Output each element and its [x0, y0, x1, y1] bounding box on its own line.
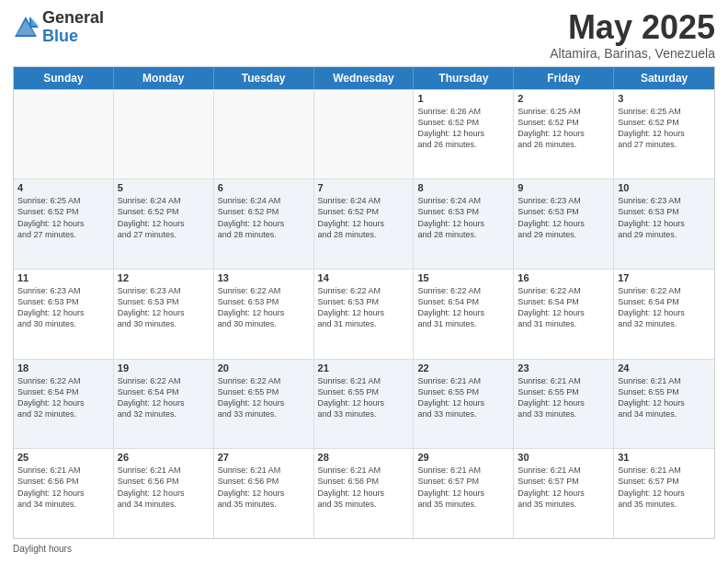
day-info: Sunrise: 6:21 AM Sunset: 6:57 PM Dayligh… [618, 465, 711, 510]
day-info: Sunrise: 6:25 AM Sunset: 6:52 PM Dayligh… [17, 195, 109, 240]
table-row: 29Sunrise: 6:21 AM Sunset: 6:57 PM Dayli… [414, 449, 514, 538]
day-info: Sunrise: 6:26 AM Sunset: 6:52 PM Dayligh… [417, 106, 509, 151]
cal-header-monday: Monday [114, 67, 214, 89]
day-number: 5 [118, 182, 210, 193]
table-row: 7Sunrise: 6:24 AM Sunset: 6:52 PM Daylig… [314, 179, 415, 269]
table-row: 10Sunrise: 6:23 AM Sunset: 6:53 PM Dayli… [614, 179, 714, 269]
day-number: 11 [17, 272, 109, 283]
table-row: 22Sunrise: 6:21 AM Sunset: 6:55 PM Dayli… [414, 360, 514, 449]
day-number: 27 [218, 452, 310, 463]
day-info: Sunrise: 6:21 AM Sunset: 6:57 PM Dayligh… [518, 465, 609, 510]
day-info: Sunrise: 6:24 AM Sunset: 6:52 PM Dayligh… [118, 195, 210, 240]
day-info: Sunrise: 6:22 AM Sunset: 6:53 PM Dayligh… [318, 285, 410, 330]
day-number: 1 [417, 93, 509, 104]
day-info: Sunrise: 6:22 AM Sunset: 6:54 PM Dayligh… [618, 285, 711, 330]
day-number: 25 [17, 452, 109, 463]
table-row: 20Sunrise: 6:22 AM Sunset: 6:55 PM Dayli… [214, 360, 314, 449]
day-info: Sunrise: 6:21 AM Sunset: 6:55 PM Dayligh… [618, 375, 711, 420]
table-row: 19Sunrise: 6:22 AM Sunset: 6:54 PM Dayli… [114, 360, 214, 449]
day-number: 3 [618, 93, 711, 104]
cal-header-saturday: Saturday [614, 67, 714, 89]
table-row: 15Sunrise: 6:22 AM Sunset: 6:54 PM Dayli… [414, 270, 514, 359]
cal-header-tuesday: Tuesday [214, 67, 314, 89]
day-number: 18 [17, 362, 109, 373]
day-number: 10 [618, 182, 711, 193]
day-info: Sunrise: 6:23 AM Sunset: 6:53 PM Dayligh… [618, 195, 711, 240]
logo-icon [13, 15, 39, 40]
table-row: 26Sunrise: 6:21 AM Sunset: 6:56 PM Dayli… [114, 449, 214, 538]
day-info: Sunrise: 6:22 AM Sunset: 6:54 PM Dayligh… [417, 285, 509, 330]
day-info: Sunrise: 6:22 AM Sunset: 6:54 PM Dayligh… [118, 375, 210, 420]
table-row: 24Sunrise: 6:21 AM Sunset: 6:55 PM Dayli… [614, 360, 714, 449]
calendar-body: 1Sunrise: 6:26 AM Sunset: 6:52 PM Daylig… [14, 89, 714, 538]
day-info: Sunrise: 6:24 AM Sunset: 6:53 PM Dayligh… [417, 195, 509, 240]
day-number: 31 [618, 452, 711, 463]
table-row: 23Sunrise: 6:21 AM Sunset: 6:55 PM Dayli… [514, 360, 614, 449]
table-row [214, 90, 314, 179]
daylight-label: Daylight hours [13, 544, 72, 554]
table-row [114, 90, 214, 179]
table-row: 3Sunrise: 6:25 AM Sunset: 6:52 PM Daylig… [614, 90, 714, 179]
table-row: 27Sunrise: 6:21 AM Sunset: 6:56 PM Dayli… [214, 449, 314, 538]
cal-week-1: 1Sunrise: 6:26 AM Sunset: 6:52 PM Daylig… [14, 89, 714, 179]
logo-text: General Blue [42, 9, 104, 46]
day-number: 7 [318, 182, 410, 193]
day-info: Sunrise: 6:22 AM Sunset: 6:54 PM Dayligh… [17, 375, 109, 420]
table-row: 4Sunrise: 6:25 AM Sunset: 6:52 PM Daylig… [14, 179, 114, 269]
footer: Daylight hours [13, 544, 715, 554]
table-row: 11Sunrise: 6:23 AM Sunset: 6:53 PM Dayli… [14, 270, 114, 359]
day-number: 24 [618, 362, 711, 373]
day-number: 30 [518, 452, 609, 463]
table-row: 14Sunrise: 6:22 AM Sunset: 6:53 PM Dayli… [314, 270, 415, 359]
svg-marker-3 [31, 17, 39, 26]
header: General Blue May 2025 Altamira, Barinas,… [13, 9, 715, 61]
logo-general: General [42, 8, 104, 27]
day-info: Sunrise: 6:21 AM Sunset: 6:55 PM Dayligh… [518, 375, 609, 420]
day-info: Sunrise: 6:25 AM Sunset: 6:52 PM Dayligh… [618, 106, 711, 151]
day-info: Sunrise: 6:24 AM Sunset: 6:52 PM Dayligh… [318, 195, 410, 240]
table-row: 6Sunrise: 6:24 AM Sunset: 6:52 PM Daylig… [214, 179, 314, 269]
day-info: Sunrise: 6:24 AM Sunset: 6:52 PM Dayligh… [218, 195, 310, 240]
cal-week-4: 18Sunrise: 6:22 AM Sunset: 6:54 PM Dayli… [14, 359, 714, 449]
day-number: 21 [318, 362, 410, 373]
day-number: 26 [118, 452, 210, 463]
title-block: May 2025 Altamira, Barinas, Venezuela [550, 9, 715, 61]
cal-week-5: 25Sunrise: 6:21 AM Sunset: 6:56 PM Dayli… [14, 448, 714, 538]
day-number: 16 [518, 272, 609, 283]
day-number: 8 [417, 182, 509, 193]
day-number: 6 [218, 182, 310, 193]
day-number: 15 [417, 272, 509, 283]
title-location: Altamira, Barinas, Venezuela [550, 46, 715, 61]
calendar: SundayMondayTuesdayWednesdayThursdayFrid… [13, 66, 715, 539]
day-number: 14 [318, 272, 410, 283]
table-row: 30Sunrise: 6:21 AM Sunset: 6:57 PM Dayli… [514, 449, 614, 538]
day-number: 20 [218, 362, 310, 373]
logo: General Blue [13, 9, 104, 46]
table-row: 16Sunrise: 6:22 AM Sunset: 6:54 PM Dayli… [514, 270, 614, 359]
day-number: 22 [417, 362, 509, 373]
table-row: 28Sunrise: 6:21 AM Sunset: 6:56 PM Dayli… [314, 449, 415, 538]
table-row: 31Sunrise: 6:21 AM Sunset: 6:57 PM Dayli… [614, 449, 714, 538]
table-row: 13Sunrise: 6:22 AM Sunset: 6:53 PM Dayli… [214, 270, 314, 359]
day-info: Sunrise: 6:21 AM Sunset: 6:56 PM Dayligh… [17, 465, 109, 510]
table-row: 17Sunrise: 6:22 AM Sunset: 6:54 PM Dayli… [614, 270, 714, 359]
day-number: 19 [118, 362, 210, 373]
day-info: Sunrise: 6:21 AM Sunset: 6:56 PM Dayligh… [318, 465, 410, 510]
day-info: Sunrise: 6:25 AM Sunset: 6:52 PM Dayligh… [518, 106, 609, 151]
day-number: 17 [618, 272, 711, 283]
day-info: Sunrise: 6:21 AM Sunset: 6:56 PM Dayligh… [218, 465, 310, 510]
day-info: Sunrise: 6:21 AM Sunset: 6:55 PM Dayligh… [318, 375, 410, 420]
day-number: 29 [417, 452, 509, 463]
day-info: Sunrise: 6:23 AM Sunset: 6:53 PM Dayligh… [17, 285, 109, 330]
day-number: 12 [118, 272, 210, 283]
page: General Blue May 2025 Altamira, Barinas,… [0, 0, 728, 563]
day-number: 28 [318, 452, 410, 463]
day-number: 23 [518, 362, 609, 373]
cal-header-sunday: Sunday [14, 67, 114, 89]
day-info: Sunrise: 6:22 AM Sunset: 6:54 PM Dayligh… [518, 285, 609, 330]
day-info: Sunrise: 6:21 AM Sunset: 6:55 PM Dayligh… [417, 375, 509, 420]
table-row: 18Sunrise: 6:22 AM Sunset: 6:54 PM Dayli… [14, 360, 114, 449]
day-info: Sunrise: 6:21 AM Sunset: 6:56 PM Dayligh… [118, 465, 210, 510]
table-row [14, 90, 114, 179]
logo-blue-text: Blue [42, 27, 78, 45]
